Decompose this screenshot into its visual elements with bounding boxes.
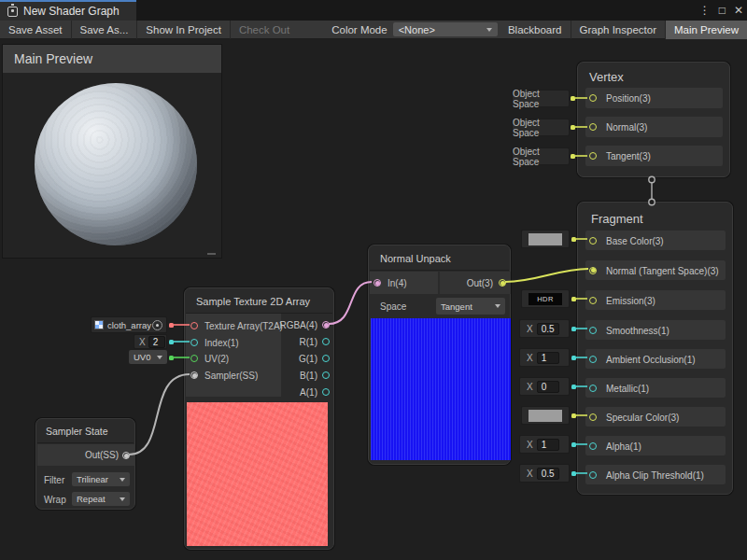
binding-label: Object Space: [513, 89, 569, 109]
sample-texture-2d-array-node[interactable]: Sample Texture 2D Array Texture Array(T2…: [184, 287, 334, 550]
x-label: X: [527, 440, 533, 450]
object-space-binding: Object Space: [512, 90, 570, 107]
port-r-output[interactable]: [322, 338, 330, 345]
port-texture-array-input[interactable]: [190, 322, 198, 329]
port-normal-input[interactable]: [589, 123, 597, 131]
sampler-state-node[interactable]: Sampler State Out(SS) Filter Trilinear W…: [35, 418, 135, 510]
input-label: Index(1): [204, 338, 239, 348]
smoothness-field[interactable]: X 0.5: [519, 319, 570, 338]
port-tangent-input[interactable]: [589, 152, 597, 160]
ambient-occlusion-field[interactable]: X 1: [519, 348, 570, 367]
cloth-array-object-field[interactable]: cloth_array: [91, 316, 167, 333]
port-normal-tangent-input[interactable]: [589, 267, 597, 274]
save-as-button[interactable]: Save As...: [72, 21, 137, 39]
show-in-project-button[interactable]: Show In Project: [137, 21, 230, 39]
port-emission-input[interactable]: [589, 297, 597, 304]
x-label: X: [527, 353, 533, 363]
hdr-swatch: HDR: [529, 293, 562, 305]
vertex-node[interactable]: Vertex Position(3) Normal(3) Tangent(3): [577, 62, 730, 177]
port-specular-color-input[interactable]: [589, 413, 597, 421]
check-out-button: Check Out: [231, 21, 298, 39]
fragment-node[interactable]: Fragment Base Color(3) Normal (Tangent S…: [577, 202, 733, 495]
port-out3-output[interactable]: [499, 279, 506, 287]
widget-dot: [571, 327, 576, 331]
resize-grip[interactable]: [207, 253, 216, 255]
slot-position-label: Position(3): [606, 93, 651, 104]
color-swatch: [529, 410, 562, 422]
port-position-input[interactable]: [589, 94, 597, 102]
space-dropdown[interactable]: Tangent: [436, 298, 505, 315]
port-a-output[interactable]: [322, 388, 330, 396]
binding-label: Object Space: [513, 118, 569, 138]
main-preview-header[interactable]: Main Preview: [3, 45, 221, 73]
port-out-ss-output[interactable]: [122, 452, 130, 459]
chevron-down-icon: [486, 28, 492, 32]
port-base-color-input[interactable]: [589, 237, 597, 245]
specular-color-swatch[interactable]: [521, 406, 570, 425]
input-label: Texture Array(T2A): [204, 321, 283, 331]
port-alpha-clip-input[interactable]: [589, 471, 597, 479]
slot-normal: Normal(3): [585, 117, 723, 137]
normal-unpack-node[interactable]: Normal Unpack In(4) Out(3) Space Tangent: [368, 245, 511, 465]
wrap-dropdown[interactable]: Repeat: [72, 492, 130, 506]
index-field[interactable]: X 2: [134, 334, 167, 349]
slot-label: Alpha(1): [606, 441, 641, 451]
alpha-field[interactable]: X 1: [519, 435, 570, 454]
slot-label: Alpha Clip Threshold(1): [606, 469, 704, 480]
graph-inspector-button[interactable]: Graph Inspector: [571, 21, 665, 39]
x-label: X: [527, 469, 533, 479]
texture-preview-red: [187, 402, 328, 546]
object-picker-icon[interactable]: [152, 320, 162, 330]
main-preview-button[interactable]: Main Preview: [666, 21, 747, 39]
emission-hdr-field[interactable]: HDR: [521, 289, 570, 308]
metallic-field[interactable]: X 0: [519, 377, 570, 396]
blackboard-button[interactable]: Blackboard: [500, 21, 571, 39]
color-mode-dropdown[interactable]: <None>: [393, 22, 498, 36]
chevron-down-icon: [157, 356, 162, 359]
tab-new-shader-graph[interactable]: New Shader Graph: [0, 0, 136, 21]
input-label: Sampler(SS): [204, 371, 258, 381]
slot-smoothness: Smoothness(1): [585, 320, 726, 340]
port-uv-input[interactable]: [190, 355, 198, 362]
number-input[interactable]: 0.5: [537, 323, 559, 335]
slot-label: Metallic(1): [606, 383, 649, 393]
filter-dropdown[interactable]: Trilinear: [72, 472, 130, 486]
maximize-icon[interactable]: □: [719, 0, 726, 21]
slot-label: Base Color(3): [606, 235, 664, 245]
port-alpha-input[interactable]: [589, 442, 597, 450]
port-g-output[interactable]: [322, 355, 330, 362]
port-smoothness-input[interactable]: [589, 327, 597, 334]
number-input[interactable]: 2: [148, 336, 165, 348]
number-input[interactable]: 1: [537, 439, 559, 451]
slot-label: Emission(3): [606, 295, 655, 305]
widget-dot: [571, 356, 576, 360]
normal-preview-blue: [371, 318, 511, 460]
port-ambient-occlusion-input[interactable]: [589, 356, 597, 363]
uv-channel-dropdown[interactable]: UV0: [129, 350, 167, 364]
port-in4-input[interactable]: [374, 279, 381, 287]
port-rgba-output[interactable]: [322, 321, 330, 329]
port-sampler-input[interactable]: [190, 371, 198, 379]
slot-tangent: Tangent(3): [585, 146, 723, 166]
out-label: Out(3): [467, 278, 493, 288]
port-metallic-input[interactable]: [589, 385, 597, 392]
graph-canvas[interactable]: Main Preview Vertex Position(3) Normal(3…: [0, 39, 747, 560]
binding-label: Object Space: [513, 147, 569, 167]
save-asset-button[interactable]: Save Asset: [0, 21, 71, 39]
kebab-menu-icon[interactable]: ⋮: [699, 0, 711, 21]
slot-metallic: Metallic(1): [585, 378, 726, 398]
output-label: G(1): [299, 354, 317, 364]
slot-position: Position(3): [585, 88, 723, 108]
number-input[interactable]: 0.5: [537, 468, 559, 480]
slot-alpha-clip-threshold: Alpha Clip Threshold(1): [585, 465, 726, 484]
base-color-swatch[interactable]: [521, 230, 570, 248]
number-input[interactable]: 0: [537, 381, 559, 393]
vertex-node-title: Vertex: [589, 70, 624, 84]
port-b-output[interactable]: [322, 371, 330, 379]
number-input[interactable]: 1: [537, 352, 559, 364]
uv-channel-value: UV0: [134, 352, 150, 362]
alpha-clip-threshold-field[interactable]: X 0.5: [519, 464, 570, 483]
close-icon[interactable]: ✕: [734, 0, 743, 21]
port-index-input[interactable]: [190, 339, 198, 346]
color-mode-value: <None>: [399, 24, 435, 35]
